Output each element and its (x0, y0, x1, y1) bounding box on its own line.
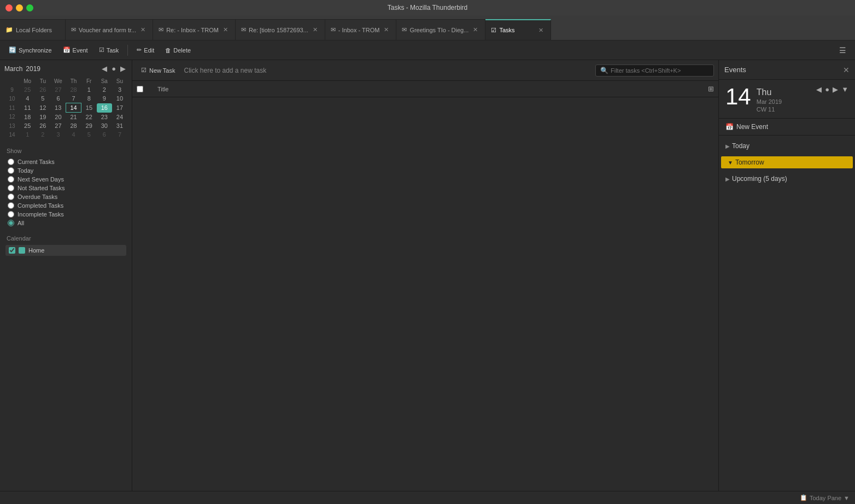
show-option-today[interactable]: Today (5, 166, 126, 175)
expand-button[interactable]: ⊞ (708, 85, 714, 93)
calendar-day[interactable]: 17 (112, 103, 127, 113)
calendar-day[interactable]: 1 (81, 85, 97, 94)
calendar-day[interactable]: 22 (81, 113, 97, 122)
calendar-day[interactable]: 26 (35, 85, 50, 94)
tab-close-re-inbox[interactable]: ✕ (221, 26, 230, 34)
calendar-day[interactable]: 1 (20, 130, 35, 139)
calendar-day[interactable]: 3 (50, 130, 66, 139)
date-today-button[interactable]: ● (825, 85, 829, 93)
minimize-button[interactable] (16, 4, 23, 11)
tab-greetings[interactable]: ✉ Greetings TIo - Dieg... ✕ (396, 19, 485, 40)
radio-overdue[interactable] (8, 194, 14, 200)
calendar-day[interactable]: 20 (50, 113, 66, 122)
calendar-day[interactable]: 7 (112, 130, 127, 139)
calendar-day[interactable]: 13 (50, 103, 66, 113)
filter-search[interactable]: 🔍 (595, 65, 714, 77)
tab-tasks[interactable]: ☑ Tasks ✕ (485, 19, 551, 40)
calendar-day[interactable]: 4 (66, 130, 81, 139)
calendar-day[interactable]: 2 (35, 130, 50, 139)
calendar-day[interactable]: 14 (66, 103, 81, 113)
calendar-day[interactable]: 6 (50, 94, 66, 103)
task-button[interactable]: ☑ Task (95, 44, 124, 56)
radio-today[interactable] (8, 167, 14, 174)
events-close-button[interactable]: ✕ (843, 66, 850, 74)
tab-close-tasks[interactable]: ✕ (537, 26, 545, 34)
tab-re-tiotro[interactable]: ✉ Re: [tiotro 15872693... ✕ (236, 19, 325, 40)
calendar-day[interactable]: 6 (97, 130, 112, 139)
calendar-day[interactable]: 5 (81, 130, 97, 139)
calendar-day[interactable]: 2 (97, 85, 112, 94)
show-option-overdue[interactable]: Overdue Tasks (5, 192, 126, 201)
edit-button[interactable]: ✏ Edit (132, 44, 159, 56)
calendar-day[interactable]: 25 (20, 121, 35, 130)
new-event-button[interactable]: 📅 New Event (725, 123, 768, 131)
calendar-day[interactable]: 15 (81, 103, 97, 113)
date-prev-button[interactable]: ◀ (816, 85, 822, 93)
show-option-incomplete[interactable]: Incomplete Tasks (5, 210, 126, 219)
show-option-next-seven-days[interactable]: Next Seven Days (5, 175, 126, 184)
calendar-day[interactable]: 27 (50, 121, 66, 130)
calendar-day[interactable]: 25 (20, 85, 35, 94)
radio-next-seven-days[interactable] (8, 176, 14, 183)
calendar-day[interactable]: 28 (66, 121, 81, 130)
date-next-button[interactable]: ▶ (833, 85, 838, 93)
date-expand-button[interactable]: ▼ (841, 85, 848, 93)
calendar-day[interactable]: 4 (20, 94, 35, 103)
tab-close-greetings[interactable]: ✕ (471, 26, 479, 34)
tab-close-inbox-trom[interactable]: ✕ (382, 26, 390, 34)
show-option-completed[interactable]: Completed Tasks (5, 201, 126, 210)
delete-button[interactable]: 🗑 Delete (161, 45, 195, 56)
calendar-day[interactable]: 9 (97, 94, 112, 103)
calendar-day[interactable]: 16 (97, 103, 112, 113)
calendar-day[interactable]: 27 (50, 85, 66, 94)
radio-completed[interactable] (8, 202, 14, 209)
show-option-current-tasks[interactable]: Current Tasks (5, 157, 126, 166)
calendar-day[interactable]: 3 (112, 85, 127, 94)
calendar-day[interactable]: 19 (35, 113, 50, 122)
radio-incomplete[interactable] (8, 211, 14, 218)
new-task-button[interactable]: ☑ New Task (137, 65, 179, 76)
tab-close-voucher[interactable]: ✕ (139, 26, 147, 34)
calendar-day[interactable]: 21 (66, 113, 81, 122)
show-option-all[interactable]: All (5, 219, 126, 227)
radio-all[interactable] (8, 220, 14, 226)
calendar-checkbox-home[interactable] (9, 247, 15, 254)
calendar-day[interactable]: 18 (20, 113, 35, 122)
upcoming-section-header[interactable]: ▶ Upcoming (5 days) (719, 173, 855, 185)
show-option-not-started[interactable]: Not Started Tasks (5, 184, 126, 192)
search-input[interactable] (611, 67, 709, 74)
calendar-day[interactable]: 8 (81, 94, 97, 103)
tab-voucher[interactable]: ✉ Voucher and form tr... ✕ (66, 19, 153, 40)
maximize-button[interactable] (26, 4, 33, 11)
radio-current-tasks[interactable] (8, 159, 14, 165)
calendar-day[interactable]: 24 (112, 113, 127, 122)
click-hint[interactable]: Click here to add a new task (184, 67, 591, 74)
calendar-day[interactable]: 10 (112, 94, 127, 103)
today-pane-button[interactable]: 📋 Today Pane ▼ (800, 494, 850, 501)
calendar-day[interactable]: 31 (112, 121, 127, 130)
tab-re-inbox[interactable]: ✉ Re: - Inbox - TROM ✕ (153, 19, 236, 40)
calendar-today-button[interactable]: ● (110, 65, 118, 73)
calendar-day[interactable]: 5 (35, 94, 50, 103)
close-button[interactable] (5, 4, 13, 11)
calendar-day[interactable]: 12 (35, 103, 50, 113)
tab-local-folders[interactable]: 📁 Local Folders (0, 19, 66, 40)
event-button[interactable]: 📅 Event (58, 44, 92, 56)
radio-not-started[interactable] (8, 185, 14, 191)
calendar-item-home[interactable]: Home (5, 245, 126, 256)
today-section-header[interactable]: ▶ Today (719, 140, 855, 152)
tab-close-re-tiotro[interactable]: ✕ (311, 26, 319, 34)
toolbar-menu-button[interactable]: ☰ (835, 44, 851, 57)
calendar-day[interactable]: 23 (97, 113, 112, 122)
calendar-day[interactable]: 30 (97, 121, 112, 130)
calendar-day[interactable]: 7 (66, 94, 81, 103)
calendar-day[interactable]: 26 (35, 121, 50, 130)
select-all-checkbox[interactable] (137, 86, 143, 92)
calendar-day[interactable]: 29 (81, 121, 97, 130)
tomorrow-section-header[interactable]: ▼ Tomorrow (721, 156, 853, 168)
synchronize-button[interactable]: 🔄 Synchronize (4, 44, 56, 56)
tab-inbox-trom[interactable]: ✉ - Inbox - TROM ✕ (325, 19, 397, 40)
calendar-next-button[interactable]: ▶ (119, 65, 127, 73)
calendar-day[interactable]: 11 (20, 103, 35, 113)
calendar-day[interactable]: 28 (66, 85, 81, 94)
